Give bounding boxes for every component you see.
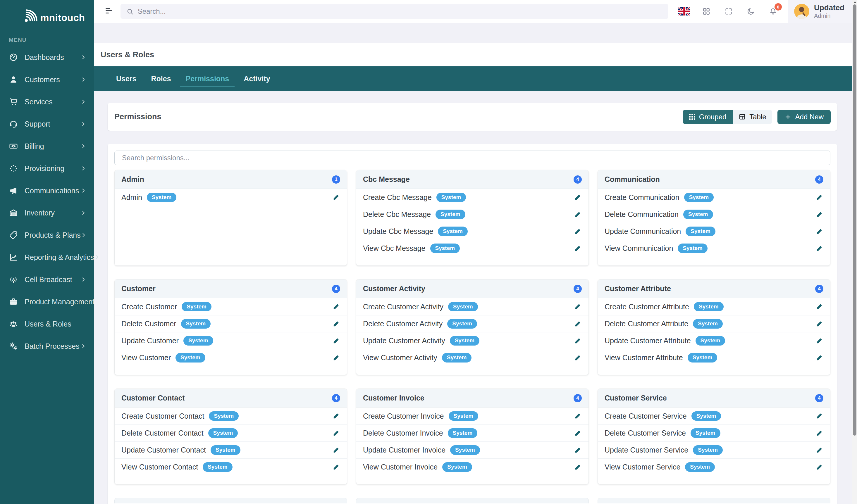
moon-icon [747, 7, 755, 16]
edit-permission-button[interactable] [816, 430, 823, 437]
edit-permission-button[interactable] [574, 412, 582, 420]
permission-row: View Customer ContactSystem [115, 458, 347, 475]
sidebar-item-customers[interactable]: Customers [0, 68, 94, 91]
system-badge: System [693, 445, 723, 455]
permission-label: Create Customer [121, 302, 177, 311]
chevron-right-icon [81, 210, 86, 216]
sidebar-item-provisioning[interactable]: Provisioning [0, 157, 94, 179]
sidebar-item-dashboards[interactable]: Dashboards [0, 46, 94, 68]
system-badge: System [182, 302, 212, 312]
permission-label: Delete Communication [605, 210, 678, 219]
grouped-view-button[interactable]: Grouped [683, 110, 733, 124]
edit-permission-button[interactable] [816, 463, 823, 471]
edit-permission-button[interactable] [574, 447, 582, 454]
edit-permission-button[interactable] [816, 211, 823, 219]
pencil-icon [816, 320, 823, 327]
edit-permission-button[interactable] [574, 211, 582, 219]
tab-users[interactable]: Users [109, 66, 144, 91]
chevron-right-icon [81, 188, 86, 193]
edit-permission-button[interactable] [574, 354, 582, 362]
sidebar-item-inventory[interactable]: Inventory [0, 202, 94, 224]
edit-permission-button[interactable] [333, 447, 340, 454]
table-view-button[interactable]: Table [733, 110, 772, 124]
edit-permission-button[interactable] [333, 412, 340, 420]
edit-permission-button[interactable] [816, 193, 823, 201]
permission-label: Admin [121, 193, 142, 202]
sidebar-item-cell-broadcast[interactable]: ACell Broadcast [0, 268, 94, 291]
permission-label: Create Communication [605, 193, 679, 202]
search-input[interactable] [138, 7, 620, 16]
pencil-icon [574, 464, 581, 471]
tab-permissions[interactable]: Permissions [179, 66, 237, 91]
edit-permission-button[interactable] [816, 412, 823, 420]
brand-logo[interactable]: mnitouch [0, 0, 94, 24]
edit-permission-button[interactable] [333, 303, 340, 311]
scrollbar-thumb[interactable] [853, 4, 856, 436]
edit-permission-button[interactable] [574, 245, 582, 252]
permissions-search-input[interactable] [114, 151, 830, 165]
permission-label: Delete Customer Activity [363, 319, 442, 328]
edit-permission-button[interactable] [574, 320, 582, 328]
edit-permission-button[interactable] [574, 228, 582, 235]
banknote-icon [9, 141, 18, 151]
edit-permission-button[interactable] [816, 354, 823, 362]
system-badge: System [450, 336, 480, 346]
edit-permission-button[interactable] [333, 430, 340, 437]
edit-permission-button[interactable] [333, 337, 340, 345]
group-name: Customer Attribute [605, 284, 671, 293]
dark-mode-button[interactable] [745, 5, 757, 17]
sidebar-item-product-management[interactable]: Product Management [0, 291, 94, 313]
permission-label: View Cbc Message [363, 244, 425, 253]
edit-permission-button[interactable] [816, 337, 823, 345]
sidebar-item-support[interactable]: Support [0, 113, 94, 135]
edit-permission-button[interactable] [574, 337, 582, 345]
notifications-button[interactable]: 0 [767, 5, 779, 17]
permission-group-card-customer-attribute: Customer Attribute4Create Customer Attri… [598, 279, 830, 375]
tab-roles[interactable]: Roles [144, 66, 179, 91]
language-flag-button[interactable] [678, 5, 690, 17]
pencil-icon [816, 464, 823, 471]
system-badge: System [208, 428, 238, 438]
pencil-icon [333, 194, 340, 201]
section-title: Permissions [114, 112, 162, 121]
edit-permission-button[interactable] [574, 303, 582, 311]
group-name: Customer Invoice [363, 394, 424, 402]
fullscreen-button[interactable] [723, 5, 735, 17]
edit-permission-button[interactable] [333, 320, 340, 328]
edit-permission-button[interactable] [574, 193, 582, 201]
avatar [794, 4, 809, 19]
edit-permission-button[interactable] [816, 447, 823, 454]
view-toggle: Grouped Table [683, 110, 772, 124]
edit-permission-button[interactable] [333, 193, 340, 201]
group-header: Customer Attribute4 [598, 279, 830, 298]
edit-permission-button[interactable] [333, 354, 340, 362]
vertical-scrollbar[interactable] [852, 0, 857, 504]
user-menu[interactable]: Updated Admin [788, 0, 852, 23]
pencil-icon [816, 303, 823, 310]
tab-activity[interactable]: Activity [236, 66, 277, 91]
scrollbar-up-arrow-icon[interactable] [854, 1, 856, 3]
edit-permission-button[interactable] [816, 320, 823, 328]
hamburger-menu-icon[interactable] [105, 8, 113, 15]
add-new-button[interactable]: Add New [777, 110, 831, 124]
edit-permission-button[interactable] [574, 430, 582, 437]
edit-permission-button[interactable] [333, 463, 340, 471]
permission-label: View Customer Invoice [363, 463, 438, 471]
sidebar-item-users-roles[interactable]: Users & Roles [0, 313, 94, 335]
sidebar-item-communications[interactable]: Communications [0, 179, 94, 202]
pencil-icon [574, 245, 581, 252]
briefcase-icon [9, 297, 18, 306]
edit-permission-button[interactable] [816, 303, 823, 311]
system-badge: System [436, 193, 466, 202]
sidebar-item-products-plans[interactable]: Products & Plans [0, 224, 94, 246]
group-count-badge: 1 [332, 175, 340, 184]
edit-permission-button[interactable] [816, 245, 823, 252]
sidebar-item-reporting-analytics[interactable]: Reporting & Analytics [0, 246, 94, 268]
edit-permission-button[interactable] [816, 228, 823, 235]
sidebar-item-billing[interactable]: Billing [0, 135, 94, 157]
sidebar-item-batch-processes[interactable]: Batch Processes [0, 335, 94, 357]
edit-permission-button[interactable] [574, 463, 582, 471]
apps-grid-button[interactable] [701, 5, 712, 17]
sidebar-item-services[interactable]: Services [0, 91, 94, 113]
group-name: Customer [121, 284, 156, 293]
